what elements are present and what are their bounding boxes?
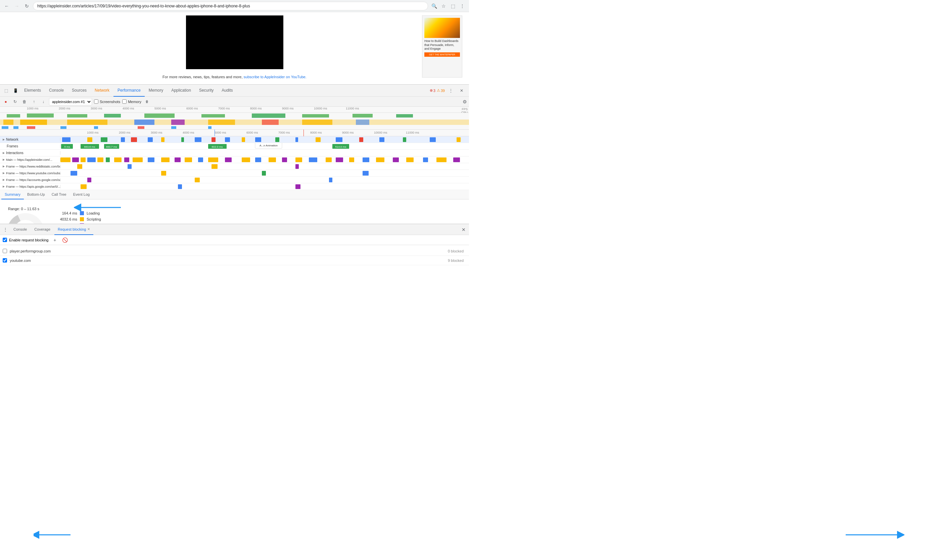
back-button[interactable]: ← [3, 2, 11, 10]
svg-rect-44 [275, 137, 279, 142]
drawer-menu-button[interactable]: ⋮ [2, 226, 9, 234]
player-performgroup-count: 0 blocked [448, 249, 466, 253]
devtools-more-button[interactable]: ⋮ [446, 86, 455, 95]
inspect-element-button[interactable]: ⬚ [2, 86, 11, 95]
player-performgroup-checkbox[interactable] [3, 249, 7, 253]
bookmark-icon[interactable]: ☆ [440, 2, 447, 10]
ad-cta-button[interactable]: GET THE WHITEPAPER [424, 52, 460, 57]
frame-row-3-label: ▶ Frame — https://accounts.google.com/o/… [0, 178, 60, 182]
svg-rect-89 [349, 157, 354, 162]
svg-rect-50 [403, 137, 406, 142]
clear-recording-button[interactable]: 🗑 [143, 98, 151, 105]
tab-sources[interactable]: Sources [68, 85, 91, 97]
drawer-close-button[interactable]: ✕ [460, 226, 467, 234]
frame-row-2[interactable]: ▶ Frame — https://www.youtube.com/subscr… [0, 170, 469, 177]
drawer-tab-console[interactable]: Console [10, 224, 30, 235]
memory-checkbox-input[interactable] [122, 99, 126, 104]
flame-tick-5000: 5000 ms [215, 131, 226, 134]
profile-selector[interactable]: appleinsider.com #1 [49, 98, 92, 105]
drawer-tab-coverage[interactable]: Coverage [31, 224, 54, 235]
reload-record-button[interactable]: ↻ [11, 98, 19, 105]
svg-text:.5 ms: .5 ms [63, 145, 70, 148]
network-expand-icon[interactable]: ▶ [3, 138, 5, 141]
frame-row-1-expand-icon[interactable]: ▶ [3, 165, 5, 168]
devtools-close-button[interactable]: ✕ [457, 86, 466, 95]
tick-2000: 2000 ms [59, 107, 71, 110]
frame-row-3-expand-icon[interactable]: ▶ [3, 178, 5, 181]
frame-row-4[interactable]: ▶ Frame — https://apis.google.com/se/0/.… [0, 183, 469, 190]
upload-button[interactable]: ↑ [30, 98, 38, 105]
frame-row-3[interactable]: ▶ Frame — https://accounts.google.com/o/… [0, 177, 469, 183]
page-description: For more reviews, news, tips, features a… [163, 75, 306, 79]
fps-track [0, 113, 469, 119]
record-button[interactable]: ● [2, 98, 9, 105]
main-expand-icon[interactable]: ▶ [3, 158, 5, 161]
svg-rect-79 [208, 157, 218, 162]
reload-button[interactable]: ↻ [23, 2, 31, 10]
svg-rect-81 [242, 157, 250, 162]
tab-event-log[interactable]: Event Log [70, 190, 93, 199]
svg-rect-36 [148, 137, 153, 142]
tab-performance[interactable]: Performance [114, 85, 145, 97]
svg-rect-83 [269, 157, 276, 162]
legend-loading: 164.4 ms Loading [54, 211, 104, 215]
frame-row-2-expand-icon[interactable]: ▶ [3, 172, 5, 175]
youtube-link[interactable]: subscribe to AppleInsider on YouTube. [244, 75, 306, 79]
memory-checkbox[interactable]: Memory [122, 99, 141, 104]
svg-rect-52 [457, 137, 461, 142]
tab-memory[interactable]: Memory [145, 85, 167, 97]
screenshots-checkbox[interactable]: Screenshots [94, 99, 120, 104]
cast-icon[interactable]: ⬚ [449, 2, 457, 10]
tab-security[interactable]: Security [195, 85, 218, 97]
add-pattern-button[interactable]: + [51, 236, 58, 244]
main-frame-row[interactable]: ▶ Main — https://appleinsider.com/... [0, 157, 469, 163]
device-toolbar-button[interactable]: 📱 [11, 86, 20, 95]
tab-application[interactable]: Application [167, 85, 195, 97]
svg-rect-3 [67, 114, 87, 117]
tab-bottom-up[interactable]: Bottom-Up [24, 190, 48, 199]
youtube-checkbox[interactable] [3, 258, 7, 263]
tab-call-tree[interactable]: Call Tree [48, 190, 70, 199]
forward-button[interactable]: → [13, 2, 21, 10]
address-bar[interactable] [33, 2, 428, 11]
tab-elements[interactable]: Elements [20, 85, 45, 97]
request-blocking-tab-close[interactable]: ✕ [87, 227, 90, 231]
screenshots-checkbox-input[interactable] [94, 99, 98, 104]
tab-summary[interactable]: Summary [2, 190, 24, 199]
svg-rect-111 [295, 184, 300, 189]
svg-rect-9 [352, 114, 373, 117]
enable-request-blocking-checkbox[interactable]: Enable request blocking [3, 238, 48, 242]
interactions-row[interactable]: ▶ Interactions [0, 150, 469, 157]
download-button[interactable]: ↓ [40, 98, 47, 105]
network-row[interactable]: ▶ Network [0, 136, 469, 143]
frame-row-4-label: ▶ Frame — https://apis.google.com/se/0/.… [0, 185, 60, 188]
bottom-drawer: ⋮ Console Coverage Request blocking ✕ ✕ … [0, 224, 469, 280]
flame-ruler: 1000 ms 2000 ms 3000 ms 4000 ms 5000 ms … [0, 129, 469, 136]
ad-image [424, 18, 460, 38]
frame-row-4-expand-icon[interactable]: ▶ [3, 185, 5, 188]
tab-audits[interactable]: Audits [218, 85, 237, 97]
drawer-tab-bar: ⋮ Console Coverage Request blocking ✕ ✕ [0, 224, 469, 235]
interactions-expand-icon[interactable]: ▶ [3, 151, 5, 154]
clear-button[interactable]: 🗑 [21, 98, 28, 105]
svg-rect-82 [255, 157, 261, 162]
loading-value: 164.4 ms [54, 211, 77, 215]
svg-rect-70 [106, 157, 110, 162]
settings-icon[interactable]: ⚙ [463, 99, 467, 105]
clear-patterns-button[interactable]: 🚫 [61, 236, 69, 244]
svg-rect-42 [242, 137, 245, 142]
drawer-tab-request-blocking[interactable]: Request blocking ✕ [54, 224, 93, 235]
svg-rect-95 [437, 157, 446, 162]
svg-rect-107 [195, 178, 200, 182]
search-icon[interactable]: 🔍 [430, 2, 438, 10]
frame-row-1[interactable]: ▶ Frame — https://www.redditstatic.com/b… [0, 163, 469, 170]
tab-network[interactable]: Network [91, 85, 114, 97]
menu-icon[interactable]: ⋮ [458, 2, 466, 10]
chart-legend: 164.4 ms Loading 4032.6 ms Scripting 870… [54, 211, 104, 224]
svg-rect-39 [195, 137, 201, 142]
svg-rect-35 [131, 137, 137, 142]
frames-row[interactable]: Frames .5 ms 663.6 ms 460.7 ms 602.0 ms … [0, 143, 469, 150]
tab-console[interactable]: Console [45, 85, 68, 97]
svg-rect-14 [20, 120, 47, 125]
enable-blocking-input[interactable] [3, 238, 7, 242]
